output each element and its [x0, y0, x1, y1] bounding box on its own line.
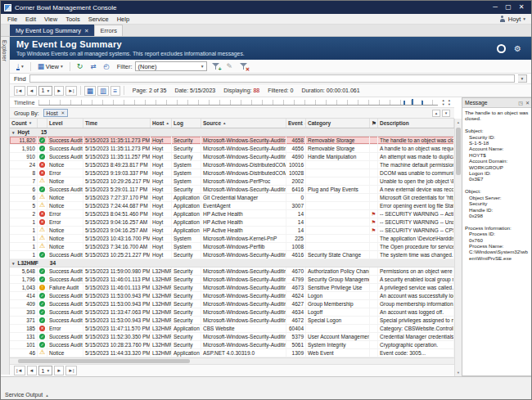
- group-header-l32hmf[interactable]: ▾L32HMF34: [10, 259, 454, 267]
- gear-icon[interactable]: ⚙: [514, 44, 521, 53]
- filter-select[interactable]: (None) ▾: [135, 61, 207, 71]
- scroll-down-icon[interactable]: ▾: [455, 369, 462, 376]
- refresh-button[interactable]: ↻: [74, 61, 86, 72]
- float-window-icon[interactable]: ◳: [518, 100, 523, 106]
- table-row[interactable]: 1,910✓Success Audit5/15/2023 11:35:11.27…: [10, 145, 454, 153]
- scrollbar-thumb[interactable]: [456, 128, 461, 175]
- menu-edit[interactable]: Edit: [21, 14, 40, 25]
- close-icon[interactable]: ✕: [525, 100, 530, 106]
- view-button[interactable]: ▦ View ▾: [35, 61, 65, 72]
- table-row[interactable]: 6⚠Notice5/15/2023 7:27:37.170 PMHoytAppl…: [10, 194, 454, 202]
- table-row[interactable]: 11,820✓Success Audit5/15/2023 11:35:11.2…: [10, 137, 454, 145]
- close-icon[interactable]: ✕: [61, 110, 65, 115]
- columns-button[interactable]: ▥: [97, 86, 109, 96]
- table-row[interactable]: 1✓Success Audit5/15/2023 10:25:21.227 PM…: [10, 251, 454, 259]
- table-row[interactable]: 1⚠Notice5/15/2023 9:04:16.257 AMHoytAppl…: [10, 227, 454, 235]
- chevron-down-icon[interactable]: ▾: [449, 103, 450, 106]
- column-header-event[interactable]: Event▲: [286, 119, 306, 128]
- page-select[interactable]: 1 ▾: [38, 86, 53, 96]
- add-filter-button[interactable]: +: [210, 61, 222, 72]
- table-row[interactable]: 185✕Error5/15/2023 11:47:11.570 PML32HMF…: [10, 325, 454, 333]
- service-output-toggle[interactable]: Service Output ▴: [5, 392, 48, 398]
- table-row[interactable]: 101✓Success Audit5/15/2023 10:28:23.760 …: [10, 341, 454, 349]
- expand-all-button[interactable]: ▾: [442, 110, 450, 117]
- column-header-level[interactable]: Level: [47, 119, 83, 128]
- table-row[interactable]: 2✕Error5/15/2023 8:04:51.460 PMHoytAppli…: [10, 210, 454, 218]
- clear-filter-button[interactable]: ✕: [237, 61, 250, 72]
- scroll-up-icon[interactable]: ▴: [455, 119, 462, 126]
- last-page-button[interactable]: ►|: [65, 86, 77, 96]
- table-row[interactable]: 5⚠Notice5/15/2023 7:24:44.687 PMHoytAppl…: [10, 202, 454, 210]
- find-input[interactable]: [29, 74, 515, 83]
- menu-help[interactable]: Help: [113, 14, 133, 25]
- close-icon[interactable]: ✕: [84, 28, 88, 34]
- column-header--[interactable]: ⚑: [370, 119, 378, 128]
- page-select[interactable]: 1 ▾: [38, 366, 53, 375]
- table-row[interactable]: 371✓Success Audit5/15/2023 11:53:00.943 …: [10, 317, 454, 325]
- chevron-up-icon[interactable]: ▴: [449, 99, 450, 102]
- table-row[interactable]: 1⚠Notice5/15/2023 7:34:16.700 AMHoytSyst…: [10, 243, 454, 251]
- vertical-scrollbar[interactable]: ▴ ▾: [454, 119, 462, 376]
- close-button[interactable]: ✕: [515, 1, 528, 14]
- group-chip-host[interactable]: Host ✕: [43, 109, 69, 117]
- table-row[interactable]: 24✕Notice5/15/2023 8:49:23.817 PMHoytSys…: [10, 161, 454, 169]
- column-header-count[interactable]: Count▼: [10, 119, 38, 128]
- status-bar: Service Output ▴: [1, 376, 531, 400]
- timeline-toggle-button[interactable]: ≡: [110, 86, 120, 96]
- tab-my-event-log-summary[interactable]: My Event Log Summary✕: [10, 25, 94, 36]
- next-page-button[interactable]: ►: [54, 366, 64, 375]
- chevron-down-icon[interactable]: ▾: [442, 103, 444, 106]
- calendar-button[interactable]: ▦: [84, 86, 96, 96]
- explorer-side-tab[interactable]: Explorer: [1, 37, 10, 375]
- column-header-category[interactable]: Category: [306, 119, 370, 128]
- menu-service[interactable]: Service: [84, 14, 113, 25]
- column-header-time[interactable]: Time: [83, 119, 151, 128]
- horizontal-scrollbar[interactable]: [10, 357, 454, 364]
- column-header-icon[interactable]: [38, 119, 47, 128]
- menu-file[interactable]: File: [3, 14, 21, 25]
- table-row[interactable]: 1⚠Notice5/15/2023 10:43:16.700 PMHoytSys…: [10, 235, 454, 243]
- column-header-log[interactable]: Log: [172, 119, 201, 128]
- prev-page-button[interactable]: ◄: [27, 86, 37, 96]
- table-row[interactable]: 6✓Success Audit5/15/2023 5:29:01.117 PMH…: [10, 186, 454, 194]
- maximize-button[interactable]: ▢: [502, 1, 515, 14]
- column-header-source[interactable]: Source▲: [201, 119, 286, 128]
- table-row[interactable]: 46⚠Notice5/15/2023 11:44:33.320 PML32HMF…: [10, 349, 454, 357]
- chevron-up-icon[interactable]: ▴: [442, 99, 444, 102]
- table-row[interactable]: 5,648✓Success Audit5/15/2023 11:59:00.98…: [10, 267, 454, 276]
- last-page-button[interactable]: ►|: [65, 366, 77, 375]
- menu-tools[interactable]: Tools: [61, 14, 84, 25]
- sync-button[interactable]: ⇄: [88, 61, 98, 72]
- export-button[interactable]: ↓ ▾: [14, 61, 26, 72]
- prev-page-button[interactable]: ◄: [27, 366, 37, 375]
- timeline-band[interactable]: [38, 100, 438, 106]
- tab-errors[interactable]: Errors: [94, 25, 122, 36]
- first-page-button[interactable]: |◄: [14, 366, 25, 375]
- table-row[interactable]: 1,796✓Success Audit5/15/2023 11:46:01.11…: [10, 276, 454, 284]
- schedule-button[interactable]: ◴: [101, 61, 111, 72]
- column-header-host[interactable]: Host▲: [151, 119, 172, 128]
- table-row[interactable]: 414✓Success Audit5/15/2023 11:53:00.943 …: [10, 292, 454, 300]
- find-dropdown-button[interactable]: ▾: [518, 74, 527, 83]
- group-header-hoyt[interactable]: ▾Hoyt15: [10, 128, 454, 137]
- table-row[interactable]: 8✕Error5/15/2023 9:19:03.337 PMHoytSyste…: [10, 169, 454, 178]
- table-row[interactable]: 7⚠Notice5/15/2023 10:29:26.217 PMHoytSys…: [10, 178, 454, 186]
- collapse-all-button[interactable]: ▴: [432, 110, 440, 117]
- timeline-scale-spinner[interactable]: ▴ ▾: [449, 99, 450, 106]
- table-row[interactable]: 393✓Success Audit5/15/2023 11:33:47.063 …: [10, 308, 454, 317]
- cell-count: 1: [10, 218, 38, 226]
- table-row[interactable]: 1✕Error5/15/2023 9:04:16.257 AMHoytAppli…: [10, 218, 454, 227]
- next-page-button[interactable]: ►: [54, 86, 64, 96]
- first-page-button[interactable]: |◄: [14, 86, 25, 96]
- table-row[interactable]: 1,043!Failure Audit5/15/2023 11:46:01.11…: [10, 284, 454, 292]
- user-menu[interactable]: Hoyt ▾: [496, 16, 529, 23]
- table-row[interactable]: 131✓Success Audit5/15/2023 11:52:30.350 …: [10, 333, 454, 341]
- menu-view[interactable]: View: [40, 14, 61, 25]
- table-row[interactable]: 910✓Success Audit5/15/2023 11:35:11.257 …: [10, 153, 454, 161]
- minimize-button[interactable]: ─: [489, 1, 502, 14]
- edit-filter-button[interactable]: ✎: [224, 61, 236, 72]
- column-header-description[interactable]: Description: [378, 119, 454, 128]
- timeline-zoom-spinner[interactable]: ▴ ▾: [442, 99, 444, 106]
- scrollbar-thumb[interactable]: [18, 359, 190, 363]
- table-row[interactable]: 409✓Success Audit5/15/2023 11:53:00.943 …: [10, 300, 454, 308]
